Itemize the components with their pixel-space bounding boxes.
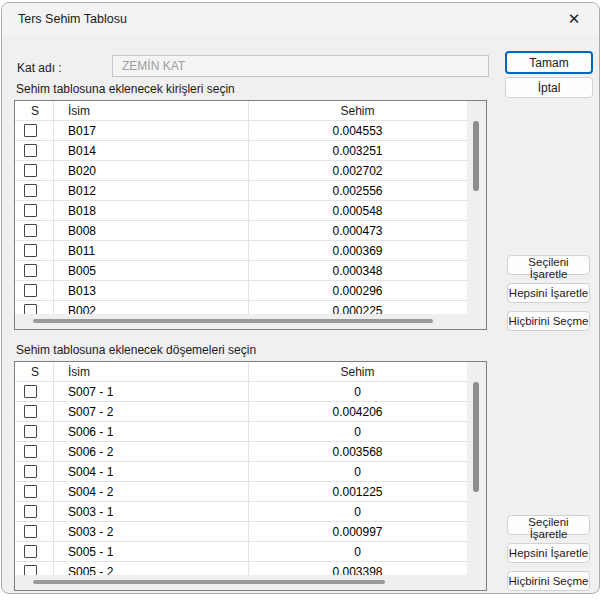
row-checkbox[interactable] [24,545,37,558]
checkbox-cell [15,525,53,538]
row-checkbox[interactable] [24,164,37,177]
checkbox-cell [15,425,53,438]
row-name: S003 - 2 [53,525,248,539]
row-name: S004 - 2 [53,485,248,499]
row-checkbox[interactable] [24,304,37,314]
horizontal-scrollbar-thumb[interactable] [33,580,385,584]
slabs-section-label: Sehim tablosuna eklenecek döşemeleri seç… [16,343,256,357]
table-row[interactable]: S004 - 10 [15,462,467,482]
column-divider [53,101,54,314]
row-checkbox[interactable] [24,124,37,137]
table-row[interactable]: B0180.000548 [15,201,467,221]
horizontal-scrollbar-thumb[interactable] [33,319,433,323]
table-row[interactable]: B0140.003251 [15,141,467,161]
row-checkbox[interactable] [24,505,37,518]
row-name: S005 - 1 [53,545,248,559]
row-checkbox[interactable] [24,485,37,498]
row-checkbox[interactable] [24,445,37,458]
slabs-select-none-button[interactable]: Hiçbirini Seçme [507,571,590,591]
slabs-mark-all-button[interactable]: Hepsini İşaretle [507,543,590,563]
table-header-row: SİsimSehim [15,101,467,121]
row-name: S007 - 2 [53,405,248,419]
beams-section-label: Sehim tablosuna eklenecek kirişleri seçi… [16,82,235,96]
table-row[interactable]: B0200.002702 [15,161,467,181]
vertical-scrollbar-thumb[interactable] [473,121,479,191]
row-checkbox[interactable] [24,405,37,418]
ok-button[interactable]: Tamam [505,51,593,74]
row-name: B002 [53,304,248,315]
table-row[interactable]: B0120.002556 [15,181,467,201]
col-header-sehim: Sehim [248,104,467,118]
row-checkbox[interactable] [24,565,37,575]
dialog-ters-sehim-tablosu: Ters Sehim Tablosu ✕ Kat adı : Tamam İpt… [1,2,600,594]
table-row[interactable]: S003 - 10 [15,502,467,522]
slabs-mark-selected-button[interactable]: Seçileni İşaretle [507,515,590,535]
beams-select-none-button[interactable]: Hiçbirini Seçme [507,311,590,331]
checkbox-cell [15,124,53,137]
column-divider [248,101,249,314]
row-sehim: 0.003568 [248,445,467,459]
horizontal-scrollbar[interactable] [15,575,484,588]
close-icon[interactable]: ✕ [561,6,587,32]
table-row[interactable]: S004 - 20.001225 [15,482,467,502]
table-row[interactable]: S003 - 20.000997 [15,522,467,542]
beams-mark-all-button[interactable]: Hepsini İşaretle [507,283,590,303]
row-name: B020 [53,164,248,178]
table-header-row: SİsimSehim [15,362,467,382]
row-sehim: 0.001225 [248,485,467,499]
row-checkbox[interactable] [24,385,37,398]
row-checkbox[interactable] [24,224,37,237]
row-name: B005 [53,264,248,278]
table-row[interactable]: B0170.004553 [15,121,467,141]
table-row[interactable]: B0050.000348 [15,261,467,281]
floor-name-field[interactable] [112,55,489,77]
col-header-s: S [15,365,53,379]
checkbox-cell [15,465,53,478]
table-row[interactable]: S006 - 10 [15,422,467,442]
table-row[interactable]: S007 - 10 [15,382,467,402]
row-sehim: 0.000296 [248,284,467,298]
row-checkbox[interactable] [24,184,37,197]
cancel-button[interactable]: İptal [505,77,593,98]
col-header-s: S [15,104,53,118]
row-name: B012 [53,184,248,198]
checkbox-cell [15,565,53,575]
checkbox-cell [15,144,53,157]
vertical-scrollbar[interactable] [467,362,484,575]
table-row[interactable]: S007 - 20.004206 [15,402,467,422]
column-divider [53,362,54,575]
row-checkbox[interactable] [24,525,37,538]
row-checkbox[interactable] [24,244,37,257]
row-name: S006 - 2 [53,445,248,459]
row-checkbox[interactable] [24,284,37,297]
row-sehim: 0 [248,425,467,439]
row-checkbox[interactable] [24,465,37,478]
checkbox-cell [15,204,53,217]
vertical-scrollbar-thumb[interactable] [473,382,479,492]
slabs-table: SİsimSehimS007 - 10S007 - 20.004206S006 … [14,361,487,591]
row-sehim: 0.000369 [248,244,467,258]
vertical-scrollbar[interactable] [467,101,484,314]
table-row[interactable]: B0080.000473 [15,221,467,241]
row-checkbox[interactable] [24,144,37,157]
table-row[interactable]: B0020.000225 [15,301,467,314]
row-checkbox[interactable] [24,204,37,217]
row-checkbox[interactable] [24,264,37,277]
table-row[interactable]: S005 - 20.003398 [15,562,467,575]
table-row[interactable]: S006 - 20.003568 [15,442,467,462]
horizontal-scrollbar[interactable] [15,314,484,327]
row-sehim: 0.000548 [248,204,467,218]
beams-mark-selected-button[interactable]: Seçileni İşaretle [507,255,590,275]
row-name: S006 - 1 [53,425,248,439]
table-row[interactable]: B0110.000369 [15,241,467,261]
floor-name-label: Kat adı : [17,61,62,75]
row-name: S007 - 1 [53,385,248,399]
row-name: S003 - 1 [53,505,248,519]
table-row[interactable]: B0130.000296 [15,281,467,301]
row-sehim: 0.002702 [248,164,467,178]
table-row[interactable]: S005 - 10 [15,542,467,562]
beams-table-viewport: SİsimSehimB0170.004553B0140.003251B0200.… [15,101,467,314]
row-sehim: 0 [248,545,467,559]
checkbox-cell [15,545,53,558]
row-checkbox[interactable] [24,425,37,438]
